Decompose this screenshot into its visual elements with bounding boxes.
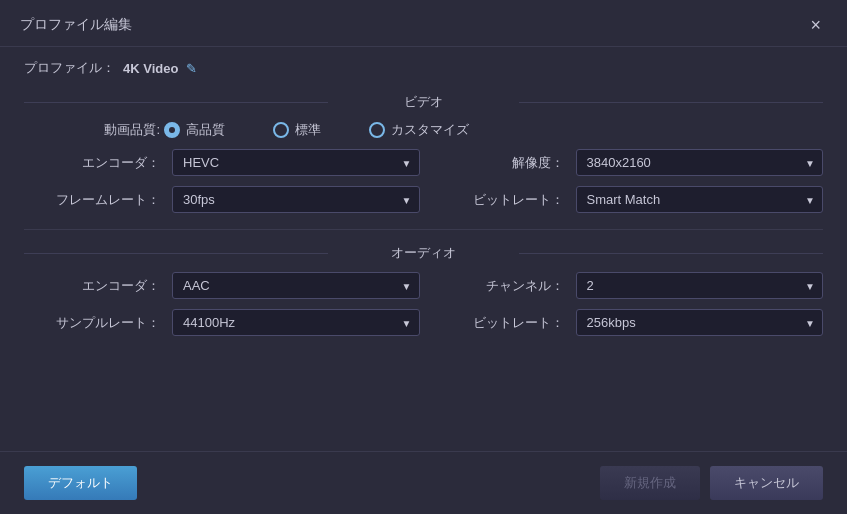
footer-right: 新規作成 キャンセル [600, 466, 823, 500]
audio-encoder-select[interactable]: AAC MP3 FLAC [172, 272, 420, 299]
quality-custom-option[interactable]: カスタマイズ [369, 121, 469, 139]
default-button[interactable]: デフォルト [24, 466, 137, 500]
profile-name: 4K Video [123, 61, 178, 76]
new-button: 新規作成 [600, 466, 700, 500]
video-section: ビデオ 動画品質: 高品質 標準 [24, 85, 823, 213]
profile-label: プロファイル： [24, 59, 115, 77]
resolution-wrapper: 3840x2160 1920x1080 1280x720 ▼ [576, 149, 824, 176]
quality-custom-label: カスタマイズ [391, 121, 469, 139]
quality-row: 動画品質: 高品質 標準 カスタマイズ [24, 121, 823, 139]
video-encoder-wrapper: HEVC H.264 MPEG-4 ▼ [172, 149, 420, 176]
samplerate-wrapper: 44100Hz 48000Hz 22050Hz ▼ [172, 309, 420, 336]
audio-bitrate-label: ビットレート： [428, 314, 568, 332]
audio-section: オーディオ エンコーダ： AAC MP3 FLAC ▼ チャンネル： 2 [24, 236, 823, 336]
channel-wrapper: 2 1 6 ▼ [576, 272, 824, 299]
audio-section-title: オーディオ [24, 244, 823, 262]
quality-standard-radio[interactable] [273, 122, 289, 138]
quality-standard-option[interactable]: 標準 [273, 121, 321, 139]
quality-standard-label: 標準 [295, 121, 321, 139]
quality-label: 動画品質: [24, 121, 164, 139]
quality-high-radio[interactable] [164, 122, 180, 138]
video-bitrate-wrapper: Smart Match 8Mbps 16Mbps ▼ [576, 186, 824, 213]
audio-form-grid: エンコーダ： AAC MP3 FLAC ▼ チャンネル： 2 1 6 [24, 272, 823, 336]
close-button[interactable]: × [804, 14, 827, 36]
quality-high-label: 高品質 [186, 121, 225, 139]
samplerate-select[interactable]: 44100Hz 48000Hz 22050Hz [172, 309, 420, 336]
quality-high-option[interactable]: 高品質 [164, 121, 225, 139]
video-encoder-select[interactable]: HEVC H.264 MPEG-4 [172, 149, 420, 176]
audio-bitrate-select[interactable]: 256kbps 128kbps 320kbps [576, 309, 824, 336]
channel-select[interactable]: 2 1 6 [576, 272, 824, 299]
resolution-select[interactable]: 3840x2160 1920x1080 1280x720 [576, 149, 824, 176]
video-section-title: ビデオ [24, 93, 823, 111]
framerate-label: フレームレート： [24, 191, 164, 209]
footer: デフォルト 新規作成 キャンセル [0, 451, 847, 514]
video-form-grid: 動画品質: 高品質 標準 カスタマイズ [24, 121, 823, 213]
section-divider [24, 229, 823, 230]
dialog: プロファイル編集 × プロファイル： 4K Video ✎ ビデオ 動画品質: … [0, 0, 847, 514]
channel-label: チャンネル： [428, 277, 568, 295]
framerate-select[interactable]: 30fps 60fps 24fps [172, 186, 420, 213]
quality-radio-group: 高品質 標準 カスタマイズ [164, 121, 823, 139]
resolution-label: 解像度： [428, 154, 568, 172]
video-bitrate-label: ビットレート： [428, 191, 568, 209]
content-area: ビデオ 動画品質: 高品質 標準 [0, 85, 847, 451]
framerate-wrapper: 30fps 60fps 24fps ▼ [172, 186, 420, 213]
audio-bitrate-wrapper: 256kbps 128kbps 320kbps ▼ [576, 309, 824, 336]
video-encoder-label: エンコーダ： [24, 154, 164, 172]
title-bar: プロファイル編集 × [0, 0, 847, 47]
edit-icon[interactable]: ✎ [186, 61, 197, 76]
dialog-title: プロファイル編集 [20, 16, 132, 34]
samplerate-label: サンプルレート： [24, 314, 164, 332]
cancel-button[interactable]: キャンセル [710, 466, 823, 500]
quality-custom-radio[interactable] [369, 122, 385, 138]
audio-encoder-label: エンコーダ： [24, 277, 164, 295]
profile-row: プロファイル： 4K Video ✎ [0, 47, 847, 85]
video-bitrate-select[interactable]: Smart Match 8Mbps 16Mbps [576, 186, 824, 213]
audio-encoder-wrapper: AAC MP3 FLAC ▼ [172, 272, 420, 299]
